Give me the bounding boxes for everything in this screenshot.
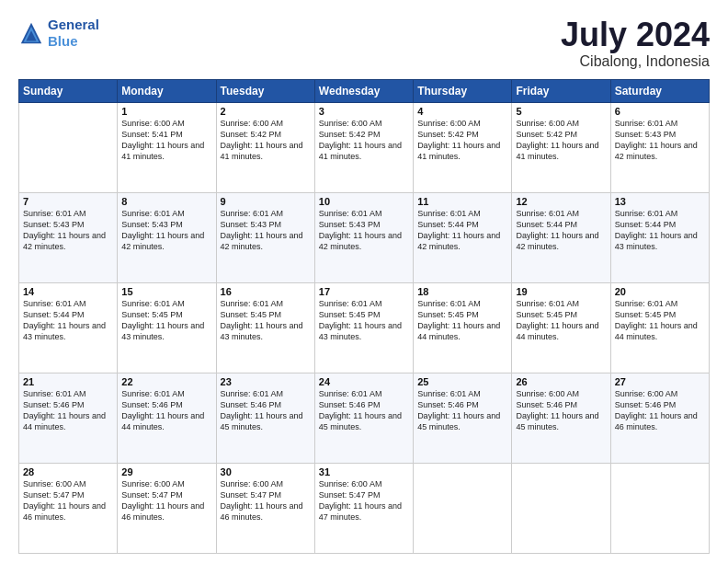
calendar-header-row: SundayMondayTuesdayWednesdayThursdayFrid… (19, 79, 710, 102)
day-number: 9 (221, 196, 311, 207)
subtitle: Cibalong, Indonesia (561, 53, 710, 70)
calendar-cell: 9Sunrise: 6:01 AM Sunset: 5:43 PM Daylig… (216, 192, 314, 282)
cell-details: Sunrise: 6:00 AM Sunset: 5:47 PM Dayligh… (23, 478, 113, 523)
header: General Blue July 2024 Cibalong, Indones… (18, 17, 710, 70)
calendar-cell: 12Sunrise: 6:01 AM Sunset: 5:44 PM Dayli… (512, 192, 610, 282)
cell-details: Sunrise: 6:00 AM Sunset: 5:42 PM Dayligh… (516, 118, 606, 163)
cell-details: Sunrise: 6:01 AM Sunset: 5:44 PM Dayligh… (516, 208, 606, 253)
day-number: 15 (121, 286, 211, 297)
cell-details: Sunrise: 6:00 AM Sunset: 5:42 PM Dayligh… (319, 118, 409, 163)
day-number: 18 (417, 286, 507, 297)
day-number: 3 (319, 106, 409, 117)
calendar-week-3: 14Sunrise: 6:01 AM Sunset: 5:44 PM Dayli… (19, 282, 710, 373)
day-number: 17 (319, 286, 409, 297)
calendar-cell: 25Sunrise: 6:01 AM Sunset: 5:46 PM Dayli… (414, 373, 512, 463)
day-header-tuesday: Tuesday (216, 79, 314, 102)
cell-details: Sunrise: 6:01 AM Sunset: 5:45 PM Dayligh… (516, 298, 606, 343)
calendar-cell: 2Sunrise: 6:00 AM Sunset: 5:42 PM Daylig… (216, 102, 314, 192)
cell-details: Sunrise: 6:00 AM Sunset: 5:47 PM Dayligh… (121, 478, 211, 523)
day-number: 6 (615, 106, 705, 117)
cell-details: Sunrise: 6:00 AM Sunset: 5:46 PM Dayligh… (516, 388, 606, 433)
day-number: 31 (319, 466, 409, 477)
day-number: 25 (417, 376, 507, 387)
day-number: 10 (319, 196, 409, 207)
day-number: 8 (121, 196, 211, 207)
title-block: July 2024 Cibalong, Indonesia (561, 17, 710, 70)
cell-details: Sunrise: 6:01 AM Sunset: 5:43 PM Dayligh… (319, 208, 409, 253)
day-number: 26 (516, 376, 606, 387)
calendar-cell (610, 463, 709, 553)
cell-details: Sunrise: 6:01 AM Sunset: 5:44 PM Dayligh… (615, 208, 705, 253)
calendar-cell: 30Sunrise: 6:00 AM Sunset: 5:47 PM Dayli… (216, 463, 314, 553)
calendar-cell: 17Sunrise: 6:01 AM Sunset: 5:45 PM Dayli… (314, 282, 413, 373)
cell-details: Sunrise: 6:01 AM Sunset: 5:46 PM Dayligh… (221, 388, 311, 433)
cell-details: Sunrise: 6:00 AM Sunset: 5:47 PM Dayligh… (221, 478, 311, 523)
cell-details: Sunrise: 6:01 AM Sunset: 5:44 PM Dayligh… (417, 208, 507, 253)
calendar-cell: 28Sunrise: 6:00 AM Sunset: 5:47 PM Dayli… (19, 463, 118, 553)
calendar-table: SundayMondayTuesdayWednesdayThursdayFrid… (18, 79, 710, 554)
day-number: 7 (23, 196, 113, 207)
calendar-cell: 13Sunrise: 6:01 AM Sunset: 5:44 PM Dayli… (610, 192, 709, 282)
cell-details: Sunrise: 6:00 AM Sunset: 5:46 PM Dayligh… (615, 388, 705, 433)
day-number: 23 (221, 376, 311, 387)
calendar-cell: 4Sunrise: 6:00 AM Sunset: 5:42 PM Daylig… (414, 102, 512, 192)
calendar-week-2: 7Sunrise: 6:01 AM Sunset: 5:43 PM Daylig… (19, 192, 710, 282)
calendar-cell: 31Sunrise: 6:00 AM Sunset: 5:47 PM Dayli… (314, 463, 413, 553)
calendar-cell: 8Sunrise: 6:01 AM Sunset: 5:43 PM Daylig… (118, 192, 216, 282)
logo-line2: Blue (48, 33, 78, 49)
calendar-cell (414, 463, 512, 553)
cell-details: Sunrise: 6:00 AM Sunset: 5:42 PM Dayligh… (221, 118, 311, 163)
day-number: 4 (417, 106, 507, 117)
calendar-cell: 19Sunrise: 6:01 AM Sunset: 5:45 PM Dayli… (512, 282, 610, 373)
cell-details: Sunrise: 6:00 AM Sunset: 5:41 PM Dayligh… (121, 118, 211, 163)
calendar-cell: 21Sunrise: 6:01 AM Sunset: 5:46 PM Dayli… (19, 373, 118, 463)
cell-details: Sunrise: 6:01 AM Sunset: 5:45 PM Dayligh… (121, 298, 211, 343)
day-number: 30 (221, 466, 311, 477)
day-header-monday: Monday (118, 79, 216, 102)
calendar-cell: 15Sunrise: 6:01 AM Sunset: 5:45 PM Dayli… (118, 282, 216, 373)
cell-details: Sunrise: 6:01 AM Sunset: 5:44 PM Dayligh… (23, 298, 113, 343)
day-header-thursday: Thursday (414, 79, 512, 102)
calendar-cell: 14Sunrise: 6:01 AM Sunset: 5:44 PM Dayli… (19, 282, 118, 373)
cell-details: Sunrise: 6:01 AM Sunset: 5:43 PM Dayligh… (615, 118, 705, 163)
calendar-cell: 23Sunrise: 6:01 AM Sunset: 5:46 PM Dayli… (216, 373, 314, 463)
cell-details: Sunrise: 6:01 AM Sunset: 5:43 PM Dayligh… (121, 208, 211, 253)
day-header-sunday: Sunday (19, 79, 118, 102)
cell-details: Sunrise: 6:01 AM Sunset: 5:46 PM Dayligh… (23, 388, 113, 433)
day-number: 13 (615, 196, 705, 207)
day-number: 5 (516, 106, 606, 117)
day-header-friday: Friday (512, 79, 610, 102)
cell-details: Sunrise: 6:01 AM Sunset: 5:45 PM Dayligh… (615, 298, 705, 343)
logo-text: General Blue (48, 17, 99, 50)
calendar-cell: 16Sunrise: 6:01 AM Sunset: 5:45 PM Dayli… (216, 282, 314, 373)
day-number: 1 (121, 106, 211, 117)
calendar-cell: 29Sunrise: 6:00 AM Sunset: 5:47 PM Dayli… (118, 463, 216, 553)
calendar-cell: 6Sunrise: 6:01 AM Sunset: 5:43 PM Daylig… (610, 102, 709, 192)
day-number: 2 (221, 106, 311, 117)
calendar-cell: 20Sunrise: 6:01 AM Sunset: 5:45 PM Dayli… (610, 282, 709, 373)
day-header-saturday: Saturday (610, 79, 709, 102)
calendar-cell: 7Sunrise: 6:01 AM Sunset: 5:43 PM Daylig… (19, 192, 118, 282)
calendar-cell: 3Sunrise: 6:00 AM Sunset: 5:42 PM Daylig… (314, 102, 413, 192)
day-number: 16 (221, 286, 311, 297)
cell-details: Sunrise: 6:01 AM Sunset: 5:43 PM Dayligh… (221, 208, 311, 253)
day-number: 12 (516, 196, 606, 207)
cell-details: Sunrise: 6:01 AM Sunset: 5:45 PM Dayligh… (319, 298, 409, 343)
calendar-cell: 24Sunrise: 6:01 AM Sunset: 5:46 PM Dayli… (314, 373, 413, 463)
calendar-cell: 26Sunrise: 6:00 AM Sunset: 5:46 PM Dayli… (512, 373, 610, 463)
day-number: 20 (615, 286, 705, 297)
calendar-cell: 22Sunrise: 6:01 AM Sunset: 5:46 PM Dayli… (118, 373, 216, 463)
day-header-wednesday: Wednesday (314, 79, 413, 102)
day-number: 29 (121, 466, 211, 477)
calendar-cell: 11Sunrise: 6:01 AM Sunset: 5:44 PM Dayli… (414, 192, 512, 282)
calendar-week-5: 28Sunrise: 6:00 AM Sunset: 5:47 PM Dayli… (19, 463, 710, 553)
logo-line1: General (48, 17, 99, 32)
calendar-week-1: 1Sunrise: 6:00 AM Sunset: 5:41 PM Daylig… (19, 102, 710, 192)
day-number: 24 (319, 376, 409, 387)
day-number: 11 (417, 196, 507, 207)
page: General Blue July 2024 Cibalong, Indones… (0, 0, 728, 563)
day-number: 21 (23, 376, 113, 387)
cell-details: Sunrise: 6:01 AM Sunset: 5:46 PM Dayligh… (319, 388, 409, 433)
cell-details: Sunrise: 6:01 AM Sunset: 5:43 PM Dayligh… (23, 208, 113, 253)
cell-details: Sunrise: 6:01 AM Sunset: 5:45 PM Dayligh… (221, 298, 311, 343)
